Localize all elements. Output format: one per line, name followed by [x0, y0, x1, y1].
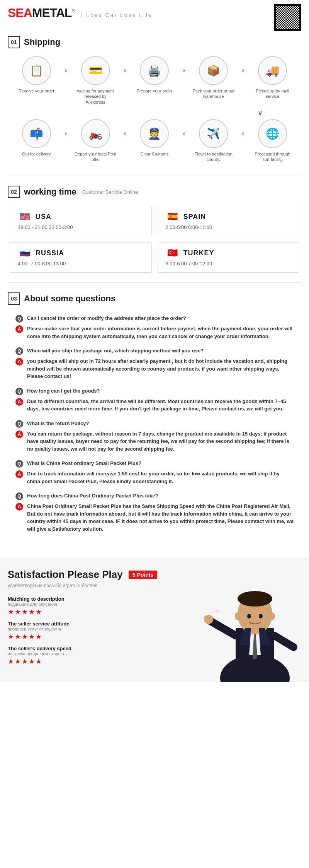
points-badge: 5 Points [129, 571, 157, 579]
flow-label-3: Prepare your order [137, 88, 172, 94]
satisfaction-section: Satisfaction Please Play 5 Points удовле… [0, 557, 309, 682]
flow-item-1: 📋 Receive your order [15, 56, 58, 94]
svg-line-8 [274, 636, 294, 647]
flow-label-6: Out for delivery [22, 151, 51, 157]
faq-q-2: Q When will you ship the package out, wh… [15, 347, 294, 355]
time-russia: 4:00 -7:00 8:00-13:00 [18, 261, 144, 267]
country-russia: RUSSIA [36, 249, 64, 257]
faq-a-4: A You can return the package, without re… [15, 430, 294, 453]
faq-answer-6: China Post Oridinary Small Packet Plus h… [27, 502, 294, 533]
arrow-1: › [65, 56, 67, 74]
rating-label-1: Matching to description [8, 596, 185, 602]
a-badge-6: A [15, 503, 23, 511]
svg-point-15 [204, 616, 207, 619]
arrow-left-4: ‹ [242, 119, 244, 137]
country-spain: SPAIN [183, 213, 206, 221]
shipping-section: 01 Shipping 📋 Receive your order › 💳 wai… [0, 26, 309, 176]
flow-item-8: 👮 Clear Customs [133, 119, 176, 157]
faq-list: Q Can I cancel the order or modify the a… [8, 313, 301, 547]
arrow-down: ∨ [12, 109, 297, 117]
flow-icon-8: 👮 [140, 119, 169, 148]
faq-answer-4: You can return the package, without reas… [27, 430, 294, 453]
svg-point-7 [204, 615, 213, 624]
faq-answer-1: Please make sure that your order informa… [27, 325, 294, 340]
faq-question-4: What is the return Policy? [27, 420, 89, 427]
a-badge-1: A [15, 325, 23, 333]
flow-label-8: Clear Customs [141, 151, 169, 157]
a-badge-3: A [15, 398, 23, 406]
stars-1: ★★★★★ [8, 608, 185, 616]
faq-q-4: Q What is the return Policy? [15, 420, 294, 428]
rating-item-1: Matching to description подщащие для опи… [8, 596, 185, 616]
stars-3: ★★★★★ [8, 657, 185, 666]
arrow-left-1: ‹ [65, 119, 67, 137]
qr-image [276, 6, 299, 29]
flow-row-2: 📫 Out for delivery ‹ 🏍️ Depart your loca… [12, 119, 297, 162]
logo-registered: ® [72, 8, 75, 14]
faq-item-5: Q What is China Post ordinary Small Pack… [15, 460, 294, 485]
time-card-turkey-header: 🇹🇷 TURKEY [166, 248, 292, 258]
q-badge-4: Q [15, 420, 23, 428]
flow-item-7: 🏍️ Depart your local Post offic [74, 119, 117, 162]
flow-label-9: Flown to destination country [192, 151, 235, 162]
time-usa: 18:00 - 21:00 22:00-3:00 [18, 224, 144, 230]
section1-num: 01 [8, 36, 20, 48]
flow-icon-5: 🚚 [258, 56, 287, 85]
svg-point-11 [247, 614, 251, 619]
flow-label-7: Depart your local Post offic [74, 151, 117, 162]
satisfaction-header: Satisfaction Please Play 5 Points [8, 569, 185, 581]
arrow-left-2: ‹ [124, 119, 126, 137]
logo-sea: SEA [8, 6, 32, 20]
flow-item-10: 🌐 Processed through sort facility [251, 119, 294, 162]
faq-q-1: Q Can I cancel the order or modify the a… [15, 314, 294, 323]
faq-question-5: What is China Post ordinary Small Packet… [27, 460, 141, 467]
q-badge-3: Q [15, 388, 23, 395]
a-badge-4: A [15, 431, 23, 438]
time-card-usa: 🇺🇸 USA 18:00 - 21:00 22:00-3:00 [10, 206, 152, 236]
flow-label-4: Pack your order at out warehouse [192, 88, 235, 99]
section3-label: About some questions [24, 294, 115, 304]
faq-answer-5: Due to track information will increase 1… [27, 470, 294, 485]
arrow-2: › [124, 56, 126, 74]
stars-2: ★★★★★ [8, 632, 185, 641]
flag-spain: 🇪🇸 [166, 212, 180, 221]
flow-label-5: Picked up by mail service [251, 88, 294, 99]
shipping-flow: 📋 Receive your order › 💳 waiting for pay… [8, 56, 301, 162]
rating-item-2: The seller service attitude продавец усл… [8, 621, 185, 641]
flag-russia: 🇷🇺 [18, 248, 32, 258]
time-card-russia-header: 🇷🇺 RUSSIA [18, 248, 144, 258]
flow-icon-2: 💳 [81, 56, 110, 85]
faq-q-5: Q What is China Post ordinary Small Pack… [15, 460, 294, 468]
faq-question-1: Can I cancel the order or modify the add… [27, 314, 186, 322]
flow-item-9: ✈️ Flown to destination country [192, 119, 235, 162]
section2-title: 02 working time Customer Service Online [8, 186, 301, 198]
flow-icon-4: 📦 [199, 56, 228, 85]
faq-question-6: How long does China Post Oridinary Packe… [27, 492, 158, 500]
flag-turkey: 🇹🇷 [166, 248, 180, 258]
time-card-spain: 🇪🇸 SPAIN 2:00-5:00 6:00-11:00 [158, 206, 300, 236]
flow-icon-9: ✈️ [199, 119, 228, 148]
arrow-4: › [242, 56, 244, 74]
time-card-usa-header: 🇺🇸 USA [18, 212, 144, 221]
faq-a-2: A you package will ship out in 72 hours … [15, 357, 294, 380]
flow-item-2: 💳 waiting for payment released by Aliexp… [74, 56, 117, 105]
flow-icon-3: 🖨️ [140, 56, 169, 85]
logo: SEAMETAL® Love Car Love Life [8, 6, 153, 20]
faq-item-6: Q How long does China Post Oridinary Pac… [15, 492, 294, 533]
flow-label-1: Receive your order [19, 88, 54, 94]
section2-num: 02 [8, 186, 20, 198]
faq-answer-2: you package will ship out in 72 hours af… [27, 357, 294, 380]
q-badge-2: Q [15, 347, 23, 355]
faq-item-3: Q How long can I get the goods? A Due to… [15, 387, 294, 413]
arrow-left-3: ‹ [183, 119, 185, 137]
rating-sub-3: поставка продавцом скорость [8, 651, 185, 656]
flow-item-4: 📦 Pack your order at out warehouse [192, 56, 235, 99]
flow-icon-10: 🌐 [258, 119, 287, 148]
rating-sub-1: подщащие для описания [8, 602, 185, 607]
faq-item-1: Q Can I cancel the order or modify the a… [15, 314, 294, 340]
q-badge-1: Q [15, 315, 23, 323]
country-turkey: TURKEY [183, 249, 214, 257]
svg-line-6 [209, 620, 236, 636]
time-card-spain-header: 🇪🇸 SPAIN [166, 212, 292, 221]
rating-label-2: The seller service attitude [8, 621, 185, 627]
